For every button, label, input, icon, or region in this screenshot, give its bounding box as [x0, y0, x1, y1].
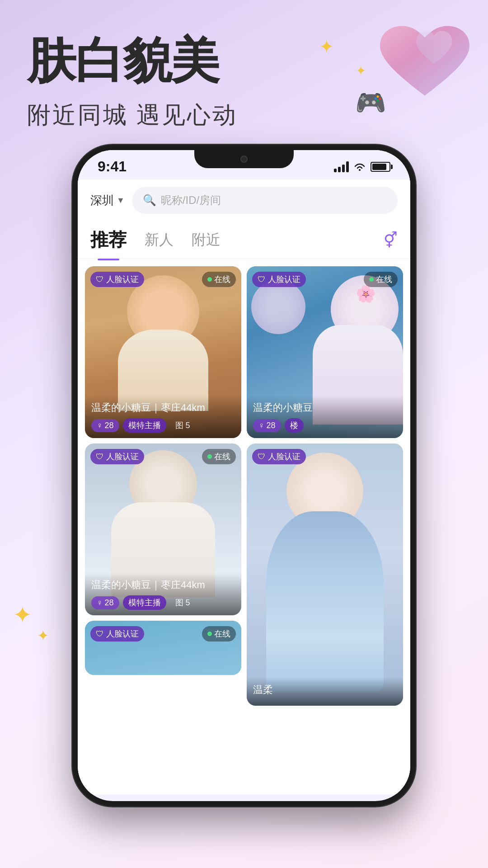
card-3[interactable]: 🛡 人脸认证 在线 温柔的小糖豆｜枣庄44km — [85, 443, 241, 615]
card-1-online-badge: 在线 — [202, 272, 236, 287]
tab-nearby[interactable]: 附近 — [192, 230, 221, 250]
card-3-name: 温柔的小糖豆｜枣庄44km — [91, 578, 235, 592]
card-2-tags: ♀ 28 楼 — [253, 418, 397, 433]
card-1-tags: ♀ 28 模特主播 图 5 — [91, 418, 235, 433]
card-5-verify-badge: 🛡 人脸认证 — [90, 626, 144, 642]
card-1-verify-badge: 🛡 人脸认证 — [90, 272, 144, 287]
card-2[interactable]: 🌸 🛡 人脸认证 在线 — [247, 266, 403, 438]
online-dot-icon — [207, 277, 212, 282]
card-4-dress — [266, 511, 384, 692]
flower-icon: 🌸 — [356, 284, 376, 303]
sparkle-left-icon-2: ✦ — [37, 627, 49, 644]
tab-new[interactable]: 新人 — [145, 230, 174, 250]
app-content: 深圳 ▼ 🔍 昵称/ID/房间 推荐 新人 — [78, 179, 410, 794]
card-2-badges: 🛡 人脸认证 在线 — [247, 272, 403, 287]
card-3-verify-badge: 🛡 人脸认证 — [90, 449, 144, 464]
right-column: 🌸 🛡 人脸认证 在线 — [247, 266, 403, 706]
card-4-verify-badge: 🛡 人脸认证 — [252, 449, 306, 464]
shield-icon-5: 🛡 — [96, 629, 104, 639]
location-button[interactable]: 深圳 ▼ — [90, 193, 125, 208]
card-2-name: 温柔的小糖豆 — [253, 401, 397, 415]
card-2-face-back — [251, 280, 305, 334]
phone-notch — [194, 150, 294, 168]
card-3-type-tag: 模特主播 — [123, 595, 166, 610]
card-3-info: 温柔的小糖豆｜枣庄44km ♀ 28 模特主播 图 5 — [85, 573, 241, 615]
subtitle: 附近同城 遇见心动 — [27, 99, 238, 131]
shield-icon-2: 🛡 — [258, 275, 266, 284]
card-1[interactable]: 🛡 人脸认证 在线 温柔的小糖豆｜枣庄44km — [85, 266, 241, 438]
phone-mockup: 9:41 — [72, 145, 416, 807]
sparkle-left-icon-1: ✦ — [13, 601, 33, 628]
signal-icon — [334, 161, 349, 172]
cards-grid: 🛡 人脸认证 在线 温柔的小糖豆｜枣庄44km — [78, 259, 410, 706]
gamepad-icon: 🎮 — [355, 88, 386, 118]
card-2-extra-tag: 楼 — [285, 418, 304, 433]
shield-icon: 🛡 — [96, 275, 104, 284]
sparkle-icon-2: ✦ — [356, 63, 366, 78]
shield-icon-4: 🛡 — [258, 452, 266, 462]
tabs-row: 推荐 新人 附近 ⚥ — [78, 221, 410, 259]
online-dot-icon-3 — [207, 454, 212, 459]
battery-icon — [371, 162, 390, 172]
card-1-age-tag: ♀ 28 — [91, 419, 119, 432]
card-1-name: 温柔的小糖豆｜枣庄44km — [91, 401, 235, 415]
card-4[interactable]: 🛡 人脸认证 温柔 — [247, 443, 403, 706]
card-4-badges: 🛡 人脸认证 — [247, 449, 403, 464]
card-4-name: 温柔 — [253, 683, 397, 697]
gender-filter-icon[interactable]: ⚥ — [384, 231, 398, 249]
camera-icon — [240, 156, 248, 163]
heart-large-icon — [375, 18, 474, 108]
phone-screen: 9:41 — [78, 150, 410, 801]
card-3-tags: ♀ 28 模特主播 图 5 — [91, 595, 235, 610]
card-5-badges: 🛡 人脸认证 在线 — [85, 626, 241, 642]
card-3-badges: 🛡 人脸认证 在线 — [85, 449, 241, 464]
status-icons — [334, 161, 390, 172]
card-1-badges: 🛡 人脸认证 在线 — [85, 272, 241, 287]
card-3-age-tag: ♀ 28 — [91, 596, 119, 609]
card-2-verify-badge: 🛡 人脸认证 — [252, 272, 306, 287]
tab-recommend[interactable]: 推荐 — [90, 227, 127, 252]
card-3-photo-tag: 图 5 — [170, 595, 196, 610]
wifi-icon — [353, 162, 366, 172]
card-2-online-badge: 在线 — [364, 272, 398, 287]
card-2-info: 温柔的小糖豆 ♀ 28 楼 — [247, 396, 403, 438]
shield-icon-3: 🛡 — [96, 452, 104, 462]
location-dropdown-icon: ▼ — [117, 196, 125, 205]
search-area[interactable]: 深圳 ▼ 🔍 昵称/ID/房间 — [78, 179, 410, 221]
card-2-age-tag: ♀ 28 — [253, 419, 281, 432]
online-dot-icon-5 — [207, 632, 212, 636]
card-1-type-tag: 模特主播 — [123, 418, 166, 433]
card-3-online-badge: 在线 — [202, 449, 236, 464]
card-5-online-badge: 在线 — [202, 626, 236, 642]
card-1-info: 温柔的小糖豆｜枣庄44km ♀ 28 模特主播 图 5 — [85, 396, 241, 438]
card-5[interactable]: 🛡 人脸认证 在线 — [85, 621, 241, 675]
online-dot-icon-2 — [369, 277, 374, 282]
sparkle-icon-1: ✦ — [319, 36, 334, 57]
svg-point-0 — [359, 169, 361, 171]
location-text: 深圳 — [90, 193, 114, 208]
search-box[interactable]: 🔍 昵称/ID/房间 — [132, 187, 398, 214]
left-column: 🛡 人脸认证 在线 温柔的小糖豆｜枣庄44km — [85, 266, 241, 706]
headline: 肤白貌美 — [27, 36, 219, 85]
phone-outer-shell: 9:41 — [72, 145, 416, 807]
search-placeholder-text: 昵称/ID/房间 — [161, 193, 221, 208]
search-icon: 🔍 — [143, 194, 156, 207]
card-1-photo-tag: 图 5 — [170, 418, 196, 433]
status-time: 9:41 — [98, 158, 127, 175]
card-4-info: 温柔 — [247, 678, 403, 706]
